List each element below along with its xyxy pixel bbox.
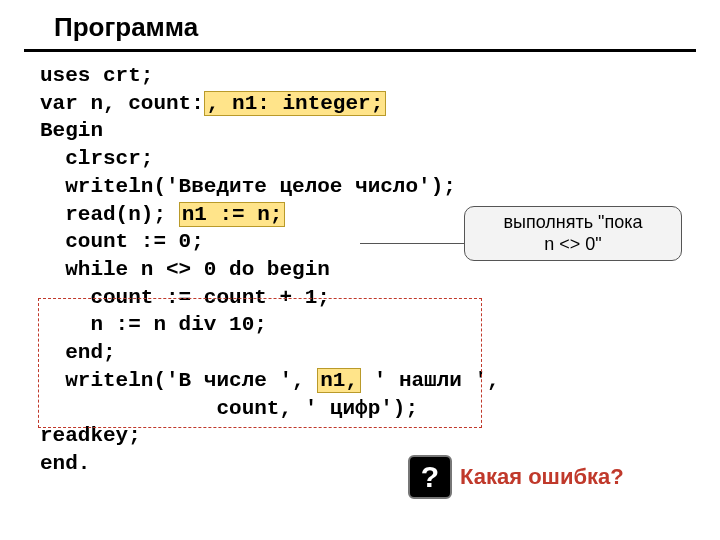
code-block: uses crt; var n, count:, n1: integer; Be… [40, 62, 690, 478]
question-mark-icon: ? [408, 455, 452, 499]
highlight-n1-out: n1, [317, 368, 361, 393]
code-line: var n, count:, n1: integer; [40, 90, 690, 118]
code-line: uses crt; [40, 62, 690, 90]
highlight-n1-assign: n1 := n; [179, 202, 286, 227]
code-line: n := n div 10; [40, 311, 690, 339]
question-block: ? Какая ошибка? [408, 455, 624, 499]
code-line: readkey; [40, 422, 690, 450]
code-line: Begin [40, 117, 690, 145]
code-line: count := count + 1; [40, 284, 690, 312]
callout-note: выполнять "пока n <> 0" [464, 206, 682, 261]
code-line: end; [40, 339, 690, 367]
callout-text-2: n <> 0" [473, 234, 673, 256]
code-text: writeln('В числе ', [40, 369, 305, 392]
question-text: Какая ошибка? [460, 464, 624, 490]
code-line: writeln('В числе ', n1, ' нашли ', [40, 367, 690, 395]
callout-text-1: выполнять "пока [473, 212, 673, 234]
code-text: ' нашли ', [374, 369, 500, 392]
code-line: count, ' цифр'); [40, 395, 690, 423]
code-line: clrscr; [40, 145, 690, 173]
slide-title: Программа [24, 0, 696, 52]
code-text: var n, count: [40, 92, 204, 115]
callout-connector [360, 243, 480, 245]
code-line: writeln('Введите целое число'); [40, 173, 690, 201]
highlight-n1-decl: , n1: integer; [204, 91, 386, 116]
code-text: read(n); [40, 203, 179, 226]
